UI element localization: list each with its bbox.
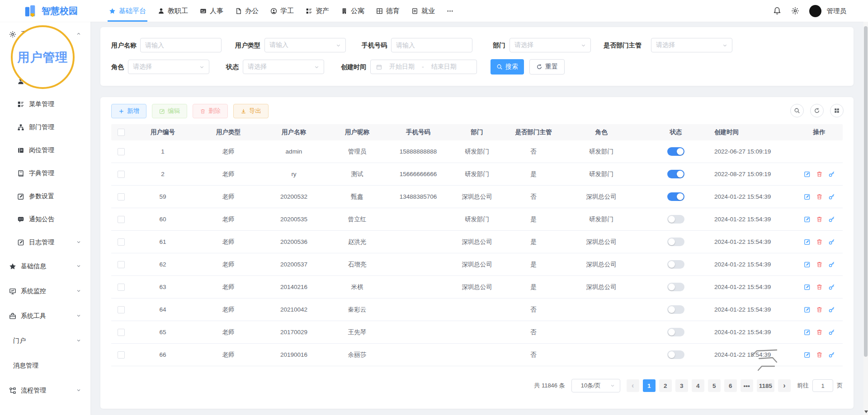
delete-icon[interactable] <box>816 329 823 336</box>
reset-password-icon[interactable] <box>828 306 835 313</box>
page-button-3[interactable]: 3 <box>675 379 688 392</box>
sidebar-item-8[interactable]: 通知公告 <box>0 208 90 231</box>
reset-password-icon[interactable] <box>828 238 835 245</box>
row-checkbox[interactable] <box>118 329 125 336</box>
row-checkbox[interactable] <box>118 261 125 268</box>
select-all-checkbox[interactable] <box>118 129 125 136</box>
nav-item-4[interactable]: 学工 <box>264 0 300 22</box>
export-button[interactable]: 导出 <box>233 104 269 118</box>
page-size-select[interactable]: 10条/页 <box>571 379 620 392</box>
edit-icon[interactable] <box>804 306 811 313</box>
row-checkbox[interactable] <box>118 148 125 155</box>
settings-gear-icon[interactable] <box>791 7 799 15</box>
sidebar-item-13[interactable]: 门户 <box>0 328 90 353</box>
nav-item-3[interactable]: 办公 <box>229 0 264 22</box>
edit-icon[interactable] <box>804 171 811 177</box>
edit-icon[interactable] <box>804 261 811 268</box>
usertype-select[interactable]: 请输入 <box>264 38 346 52</box>
status-toggle[interactable] <box>667 305 684 314</box>
page-button-5[interactable]: 5 <box>708 379 721 392</box>
edit-icon[interactable] <box>804 284 811 290</box>
row-checkbox[interactable] <box>118 193 125 201</box>
goto-page-input[interactable] <box>812 379 833 392</box>
nav-item-8[interactable]: 就业 <box>406 0 441 22</box>
user-name[interactable]: 管理员 <box>827 7 847 15</box>
bell-icon[interactable] <box>773 7 781 15</box>
edit-icon[interactable] <box>804 193 811 200</box>
status-toggle[interactable] <box>667 147 684 156</box>
nav-item-7[interactable]: 德育 <box>370 0 406 22</box>
delete-icon[interactable] <box>816 351 823 358</box>
row-checkbox[interactable] <box>118 284 125 291</box>
table-refresh-button[interactable] <box>810 104 824 117</box>
sidebar-item-3[interactable]: 菜单管理 <box>0 93 90 116</box>
reset-password-icon[interactable] <box>828 216 835 223</box>
status-toggle[interactable] <box>667 238 684 246</box>
row-checkbox[interactable] <box>118 351 125 359</box>
sidebar-item-11[interactable]: 系统监控 <box>0 279 90 303</box>
page-button-1185[interactable]: 1185 <box>757 379 774 392</box>
delete-icon[interactable] <box>816 171 823 177</box>
row-checkbox[interactable] <box>118 238 125 246</box>
phone-input[interactable] <box>391 38 472 52</box>
nav-more-button[interactable] <box>441 0 459 22</box>
status-select[interactable]: 请选择 <box>243 60 324 74</box>
edit-icon[interactable] <box>804 238 811 245</box>
page-button-6[interactable]: 6 <box>724 379 737 392</box>
page-button-4[interactable]: 4 <box>692 379 704 392</box>
sidebar-item-9[interactable]: 日志管理 <box>0 231 90 254</box>
status-toggle[interactable] <box>667 283 684 291</box>
dept-select[interactable]: 请选择 <box>509 38 591 52</box>
page-button-2[interactable]: 2 <box>659 379 672 392</box>
status-toggle[interactable] <box>667 215 684 224</box>
reset-button[interactable]: 重置 <box>529 59 565 75</box>
app-logo[interactable]: 智慧校园 <box>0 4 90 18</box>
status-toggle[interactable] <box>667 170 684 178</box>
sidebar-item-5[interactable]: 岗位管理 <box>0 139 90 162</box>
role-select[interactable]: 请选择 <box>128 60 209 74</box>
reset-password-icon[interactable] <box>828 284 835 290</box>
status-toggle[interactable] <box>667 192 684 201</box>
date-range-picker[interactable]: 开始日期 - 结束日期 <box>370 60 477 74</box>
add-button[interactable]: 新增 <box>111 104 146 118</box>
table-search-button[interactable] <box>790 104 804 117</box>
edit-icon[interactable] <box>804 329 811 336</box>
delete-icon[interactable] <box>816 306 823 313</box>
username-input[interactable] <box>140 38 222 52</box>
sidebar-item-4[interactable]: 部门管理 <box>0 116 90 139</box>
nav-item-5[interactable]: 资产 <box>300 0 335 22</box>
row-checkbox[interactable] <box>118 306 125 313</box>
reset-password-icon[interactable] <box>828 261 835 268</box>
delete-icon[interactable] <box>816 261 823 268</box>
page-button-1[interactable]: 1 <box>643 379 656 392</box>
reset-password-icon[interactable] <box>828 171 835 177</box>
search-button[interactable]: 搜索 <box>491 59 524 75</box>
prev-page-button[interactable]: ‹ <box>627 379 639 392</box>
edit-icon[interactable] <box>804 351 811 358</box>
sidebar-item-10[interactable]: 基础信息 <box>0 254 90 279</box>
delete-button[interactable]: 删除 <box>193 104 228 118</box>
nav-item-0[interactable]: 基础平台 <box>103 0 152 22</box>
edit-button[interactable]: 编辑 <box>152 104 187 118</box>
is-manager-select[interactable]: 请选择 <box>651 38 732 52</box>
status-toggle[interactable] <box>667 260 684 269</box>
nav-item-6[interactable]: 公寓 <box>335 0 370 22</box>
row-checkbox[interactable] <box>118 171 125 178</box>
scrollbar-thumb[interactable] <box>864 26 868 357</box>
table-columns-button[interactable] <box>830 104 844 117</box>
delete-icon[interactable] <box>816 193 823 200</box>
nav-item-1[interactable]: 教职工 <box>152 0 194 22</box>
status-toggle[interactable] <box>667 328 684 336</box>
reset-password-icon[interactable] <box>828 193 835 200</box>
page-ellipsis[interactable]: ••• <box>741 379 753 392</box>
scrollbar[interactable] <box>863 22 868 415</box>
scrollbar-down-arrow[interactable] <box>864 410 868 413</box>
row-checkbox[interactable] <box>118 216 125 223</box>
delete-icon[interactable] <box>816 284 823 290</box>
sidebar-item-14[interactable]: 消息管理 <box>0 353 90 378</box>
status-toggle[interactable] <box>667 350 684 359</box>
sidebar-item-15[interactable]: 流程管理 <box>0 378 90 403</box>
sidebar-item-12[interactable]: 系统工具 <box>0 303 90 328</box>
avatar[interactable] <box>809 5 821 17</box>
reset-password-icon[interactable] <box>828 329 835 336</box>
